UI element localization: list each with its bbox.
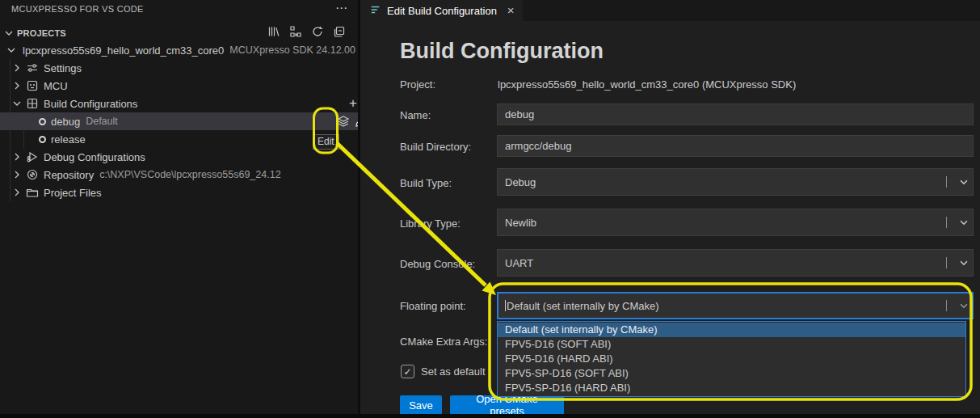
projects-section-label: PROJECTS xyxy=(17,28,66,38)
folder-icon xyxy=(26,186,39,199)
check-icon: ✓ xyxy=(403,366,411,378)
projects-toolbar xyxy=(267,25,346,38)
build-configurations-icon xyxy=(26,97,39,110)
sidebar-title: MCUXPRESSO FOR VS CODE xyxy=(11,4,144,14)
tab-label: Edit Build Configuration xyxy=(387,5,497,17)
add-build-configuration-icon[interactable]: + xyxy=(349,96,357,111)
floating-point-listbox: Default (set internally by CMake)FPV5-D1… xyxy=(497,321,966,397)
build-directory-label: Build Directory: xyxy=(400,141,471,153)
tree-item-build-configurations[interactable]: Build Configurations + xyxy=(0,95,369,112)
build-type-select[interactable]: Debug xyxy=(497,168,974,196)
text-cursor xyxy=(505,300,506,311)
layers-icon[interactable] xyxy=(337,115,350,128)
floating-point-label: Floating point: xyxy=(400,300,466,312)
debug-console-select[interactable]: UART xyxy=(497,249,974,277)
chevron-down-icon[interactable] xyxy=(955,217,973,228)
library-type-label: Library Type: xyxy=(400,217,461,230)
tree-item-mcu[interactable]: MCU xyxy=(0,77,369,95)
mcuxpresso-vscode-window: MCUXPRESSO FOR VS CODE ⋯ PROJECTS xyxy=(0,0,980,418)
project-label: Project: xyxy=(400,78,435,91)
save-button[interactable]: Save xyxy=(400,395,442,415)
repository-link-icon xyxy=(26,168,39,181)
config-bullet-icon xyxy=(39,118,46,125)
library-type-value: Newlib xyxy=(505,217,946,229)
debug-configurations-icon xyxy=(26,150,39,163)
more-actions-icon[interactable]: ⋯ xyxy=(335,2,347,15)
chevron-down-icon[interactable] xyxy=(955,257,973,268)
chevron-right-icon[interactable] xyxy=(11,61,23,74)
chevron-down-icon[interactable] xyxy=(5,44,18,57)
refresh-icon[interactable] xyxy=(311,25,324,38)
config-bullet-icon xyxy=(39,136,46,143)
project-value: lpcxpresso55s69_hello_world_cm33_core0 (… xyxy=(498,78,796,91)
open-cmake-presets-button[interactable]: Open CMake presets xyxy=(450,395,564,415)
tree-item-settings[interactable]: Settings xyxy=(0,59,369,77)
page-title: Build Configuration xyxy=(400,39,604,64)
tree-item-debug-configurations[interactable]: Debug Configurations xyxy=(0,148,369,166)
build-directory-input[interactable]: armgcc/debug xyxy=(497,135,974,157)
tree-item-label: Repository xyxy=(44,169,94,181)
tree-item-label: MCU xyxy=(44,80,68,92)
tree-item-project-root[interactable]: lpcxpresso55s69_hello_world_cm33_core0 M… xyxy=(0,41,364,59)
debug-console-value: UART xyxy=(505,257,946,269)
floating-point-select[interactable]: Default (set internally by CMake) xyxy=(497,292,974,319)
chevron-down-icon[interactable] xyxy=(955,300,973,311)
repository-path: c:\NXP\VSCode\lpcxpresso55s69_24.12 xyxy=(99,169,280,180)
project-name: lpcxpresso55s69_hello_world_cm33_core0 xyxy=(23,44,224,57)
library-icon[interactable] xyxy=(267,25,280,38)
floating-point-value: Default (set internally by CMake) xyxy=(507,300,946,312)
chevron-down-icon[interactable] xyxy=(11,97,23,110)
build-type-value: Debug xyxy=(505,176,946,188)
mcu-chip-icon xyxy=(26,79,39,92)
build-type-label: Build Type: xyxy=(400,177,452,189)
floating-point-option[interactable]: FPV5-SP-D16 (HARD ABI) xyxy=(498,381,965,395)
debug-console-label: Debug Console: xyxy=(400,258,475,270)
tree-item-repository[interactable]: Repository c:\NXP\VSCode\lpcxpresso55s69… xyxy=(0,166,369,184)
project-sdk-version: MCUXpresso SDK 24.12.00 xyxy=(229,44,355,56)
floating-point-option[interactable]: Default (set internally by CMake) xyxy=(498,323,965,337)
list-settings-icon xyxy=(370,4,381,18)
tree-item-label: Settings xyxy=(44,62,82,74)
edit-tooltip: Edit xyxy=(313,134,339,150)
tree-item-label: release xyxy=(51,133,86,146)
import-project-icon[interactable] xyxy=(289,25,302,38)
library-type-select[interactable]: Newlib xyxy=(497,209,974,236)
close-icon[interactable]: × xyxy=(507,5,515,16)
name-label: Name: xyxy=(400,109,431,121)
editor-tab-bar: Edit Build Configuration × xyxy=(360,0,980,21)
chevron-right-icon[interactable] xyxy=(11,150,23,163)
collapse-all-icon[interactable] xyxy=(333,25,346,38)
sidebar: MCUXPRESSO FOR VS CODE ⋯ PROJECTS xyxy=(0,0,359,414)
tree-item-debug-config[interactable]: debug Default xyxy=(0,112,397,130)
chevron-right-icon[interactable] xyxy=(11,168,23,181)
tree-item-label: Build Configurations xyxy=(44,98,137,110)
tree-item-label: Project Files xyxy=(44,187,102,199)
default-badge: Default xyxy=(86,116,118,127)
settings-sliders-icon xyxy=(26,61,39,74)
tree-item-label: debug xyxy=(51,116,80,128)
tab-edit-build-configuration[interactable]: Edit Build Configuration × xyxy=(360,0,523,21)
cmake-extra-args-label: CMake Extra Args: xyxy=(400,336,487,348)
floating-point-option[interactable]: FPV5-D16 (HARD ABI) xyxy=(498,352,965,366)
tree-item-project-files[interactable]: Project Files xyxy=(0,184,369,201)
set-as-default-checkbox[interactable]: ✓ xyxy=(401,365,414,378)
tree-item-label: Debug Configurations xyxy=(44,151,145,163)
chevron-down-icon xyxy=(2,27,15,40)
floating-point-option[interactable]: FPV5-SP-D16 (SOFT ABI) xyxy=(498,366,965,381)
chevron-right-icon[interactable] xyxy=(11,186,23,199)
chevron-down-icon[interactable] xyxy=(955,176,973,188)
set-as-default-label: Set as default xyxy=(421,365,486,378)
floating-point-option[interactable]: FPV5-D16 (SOFT ABI) xyxy=(498,337,965,352)
name-input[interactable]: debug xyxy=(497,103,974,125)
window-bottom-edge xyxy=(0,414,980,418)
chevron-right-icon[interactable] xyxy=(11,79,23,92)
